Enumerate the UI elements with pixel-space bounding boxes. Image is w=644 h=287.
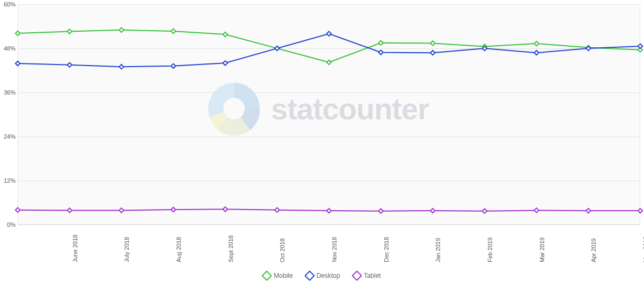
x-tick-label: Mar 2019	[539, 238, 545, 262]
y-tick-label: 60%	[1, 1, 16, 8]
series-point-desktop[interactable]	[171, 64, 175, 68]
chart-container: statcounter 0%12%24%36%48%60% June 2018J…	[0, 0, 644, 287]
y-tick-label: 36%	[1, 89, 16, 96]
x-tick-label: Nov 2018	[331, 237, 338, 262]
series-point-tablet[interactable]	[430, 209, 435, 213]
plot-svg	[0, 0, 644, 287]
legend-label: Mobile	[274, 272, 292, 279]
x-tick-label: June 2018	[72, 235, 78, 262]
series-point-mobile[interactable]	[534, 41, 538, 46]
x-tick-label: Feb 2019	[487, 238, 493, 262]
series-point-tablet[interactable]	[378, 209, 383, 213]
series-point-desktop[interactable]	[16, 61, 20, 66]
y-tick-label: 0%	[1, 221, 16, 228]
x-tick-label: Aug 2018	[175, 237, 182, 262]
y-tick-label: 12%	[1, 177, 16, 184]
series-point-mobile[interactable]	[119, 28, 123, 32]
series-point-tablet[interactable]	[534, 208, 538, 212]
x-tick-label: Dec 2018	[383, 237, 390, 262]
x-tick-label: July 2018	[123, 237, 130, 262]
x-tick-label: Jan 2019	[435, 238, 441, 262]
legend-label: Tablet	[364, 272, 381, 279]
series-point-tablet[interactable]	[638, 209, 642, 213]
series-point-desktop[interactable]	[638, 44, 642, 48]
legend-label: Desktop	[317, 272, 340, 279]
legend-marker-icon	[261, 270, 272, 281]
series-point-mobile[interactable]	[16, 31, 20, 35]
x-tick-label: Oct 2018	[279, 238, 286, 262]
series-point-desktop[interactable]	[119, 64, 123, 69]
series-point-mobile[interactable]	[67, 29, 71, 33]
series-point-tablet[interactable]	[327, 209, 331, 213]
legend: MobileDesktopTablet	[0, 272, 644, 282]
series-point-tablet[interactable]	[482, 209, 487, 213]
series-point-desktop[interactable]	[327, 31, 331, 35]
series-point-tablet[interactable]	[586, 209, 590, 213]
legend-item-desktop[interactable]: Desktop	[306, 272, 340, 279]
series-point-desktop[interactable]	[378, 50, 383, 54]
series-point-mobile[interactable]	[223, 32, 227, 37]
x-tick-label: Sept 2018	[228, 235, 234, 262]
series-point-tablet[interactable]	[67, 208, 71, 212]
legend-marker-icon	[352, 270, 362, 281]
series-point-mobile[interactable]	[430, 41, 435, 45]
series-point-desktop[interactable]	[67, 63, 71, 67]
series-point-desktop[interactable]	[430, 51, 435, 55]
series-point-tablet[interactable]	[119, 208, 123, 212]
series-point-tablet[interactable]	[223, 207, 227, 211]
series-point-desktop[interactable]	[223, 61, 227, 65]
series-point-tablet[interactable]	[16, 207, 20, 212]
legend-marker-icon	[304, 270, 315, 281]
legend-item-mobile[interactable]: Mobile	[263, 272, 292, 279]
series-point-desktop[interactable]	[275, 46, 279, 51]
y-tick-label: 48%	[1, 45, 16, 52]
series-point-desktop[interactable]	[534, 51, 538, 55]
y-tick-label: 24%	[1, 133, 16, 140]
series-point-tablet[interactable]	[171, 207, 175, 212]
series-point-mobile[interactable]	[378, 41, 383, 45]
series-point-mobile[interactable]	[327, 60, 331, 64]
x-tick-label: Apr 2019	[590, 238, 597, 262]
series-point-mobile[interactable]	[171, 29, 175, 33]
series-point-tablet[interactable]	[275, 207, 279, 212]
legend-item-tablet[interactable]: Tablet	[353, 272, 381, 279]
